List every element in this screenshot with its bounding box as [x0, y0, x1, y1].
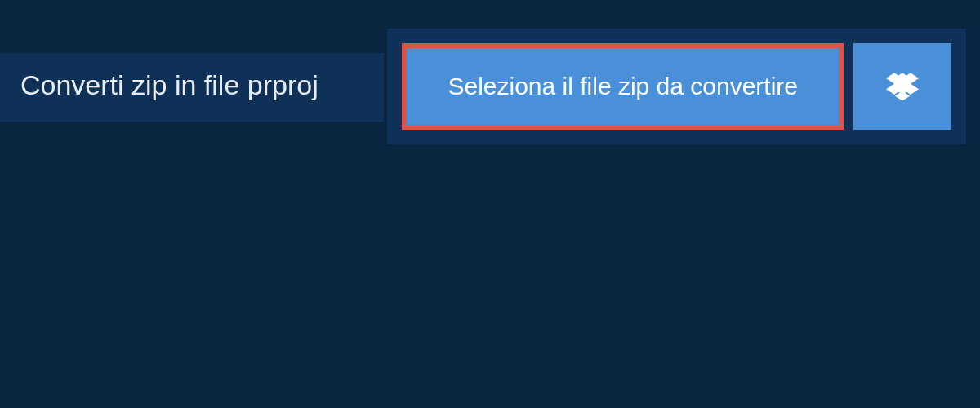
header-bar: Converti zip in file prproj: [0, 53, 384, 122]
page-title: Converti zip in file prproj: [20, 69, 363, 101]
select-file-button-label: Seleziona il file zip da convertire: [448, 73, 798, 100]
dropbox-icon: [886, 70, 919, 103]
select-file-button[interactable]: Seleziona il file zip da convertire: [402, 43, 844, 130]
dropbox-button[interactable]: [853, 43, 951, 130]
upload-panel: Seleziona il file zip da convertire: [387, 29, 966, 144]
